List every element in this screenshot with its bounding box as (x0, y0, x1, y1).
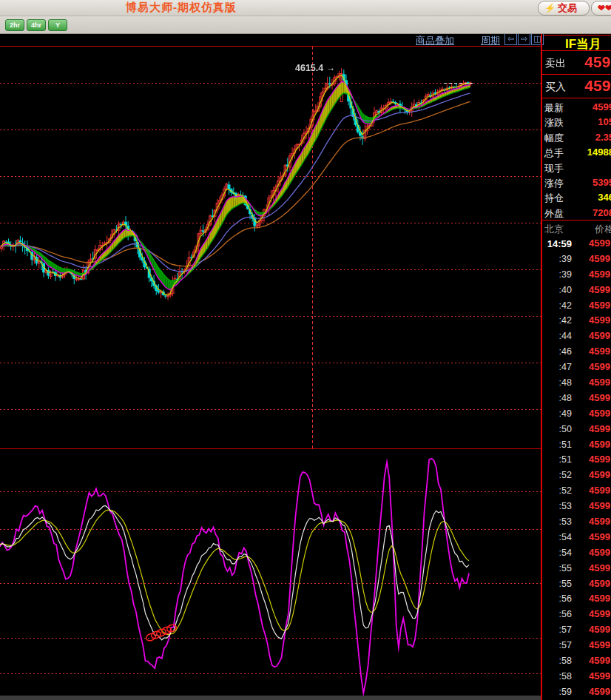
period-link[interactable]: 周期 (481, 34, 500, 47)
tick-row: :484599 (542, 375, 611, 391)
tick-time: :39 (559, 254, 572, 264)
tick-row: :404599 (542, 283, 611, 298)
tick-time: :56 (559, 609, 572, 619)
quote-row-label: 幅度 (544, 132, 564, 145)
quote-panel: IF当月 卖出 4599 买入 4599 最新4599涨跌105幅度2.35总手… (542, 33, 611, 700)
tick-price: 4599 (589, 408, 610, 419)
overlay-link[interactable]: 商品叠加 (416, 34, 454, 47)
tick-price: 4599 (589, 361, 610, 372)
tick-time: 14:59 (547, 238, 572, 249)
tick-price: 4599 (589, 608, 610, 619)
tick-row: :584599 (542, 669, 611, 684)
tick-time: :51 (559, 454, 572, 465)
tick-row: :534599 (542, 514, 611, 530)
nav-right-arrow-button[interactable]: ⇨ (518, 33, 530, 45)
tick-price: 4599 (589, 269, 610, 280)
tick-row: :544599 (542, 545, 611, 561)
tick-header-left: 北京 (544, 223, 564, 236)
panel-separator (0, 448, 541, 449)
tick-price: 4599 (589, 578, 610, 589)
tick-time: :42 (559, 300, 572, 311)
tick-price: 4599 (589, 670, 610, 682)
quote-row-持仓: 持仓346 (542, 189, 611, 204)
tick-row: :424599 (542, 313, 611, 329)
quote-row-value: 105 (598, 116, 611, 127)
header-separator (0, 46, 541, 47)
kdj-indicator-chart[interactable] (0, 449, 541, 700)
tick-row: :584599 (542, 653, 611, 669)
quote-row-value: 5395 (593, 177, 611, 188)
tick-row: :574599 (542, 638, 611, 653)
tick-time: :59 (559, 687, 572, 697)
tick-row: :424599 (542, 298, 611, 314)
tick-time: :49 (559, 408, 572, 419)
timeframe-button-2hr[interactable]: 2hr (5, 19, 24, 31)
buy-label: 买入 (545, 81, 566, 94)
quote-row-value: 7208 (593, 207, 611, 218)
tick-time: :50 (559, 424, 572, 434)
tick-price: 4599 (589, 392, 610, 403)
tick-time: :55 (559, 563, 572, 573)
timeframe-toolbar: 2hr4hrY (0, 16, 611, 34)
tick-row: :534599 (542, 499, 611, 514)
tick-time: :57 (559, 625, 572, 635)
timeframe-button-4hr[interactable]: 4hr (27, 19, 46, 31)
window-bottom-edge (0, 696, 541, 700)
tick-row: :554599 (542, 561, 611, 576)
tick-price: 4599 (589, 377, 610, 388)
quote-row-label: 现手 (544, 162, 564, 175)
trade-button[interactable]: ⚡ 交易 (538, 1, 590, 16)
tick-price: 4599 (589, 639, 610, 650)
nav-left-arrow-button[interactable]: ⇦ (504, 33, 517, 45)
tick-time: :58 (559, 671, 572, 682)
sell-label: 卖出 (545, 57, 566, 70)
peak-price-annotation: 4615.4 → (295, 63, 335, 73)
tick-time: :51 (559, 440, 572, 450)
tick-list: 14:594599:394599:394599:404599:424599:42… (542, 236, 611, 700)
tick-time: :44 (559, 331, 572, 341)
quote-row-涨跌: 涨跌105 (542, 114, 611, 129)
window-title: 博易大师-期权仿真版 (126, 1, 237, 15)
quote-row-value: 4599 (593, 101, 611, 112)
tick-price: 4599 (589, 531, 610, 542)
tick-row: :544599 (542, 530, 611, 545)
tick-time: :52 (559, 485, 572, 496)
tick-time: :53 (559, 516, 572, 527)
tick-row: 14:594599 (542, 236, 611, 252)
tick-price: 4599 (589, 346, 610, 357)
lightning-icon: ⚡ (544, 3, 556, 13)
tick-price: 4599 (589, 330, 610, 341)
timeframe-button-y[interactable]: Y (48, 19, 67, 31)
trading-app-window: { "window": { "title": "博易大师-期权仿真版", "tr… (0, 0, 611, 700)
quote-separator (542, 98, 611, 98)
tick-price: 4599 (589, 439, 610, 450)
quote-row-总手: 总手14988 (542, 144, 611, 159)
tick-row: :564599 (542, 591, 611, 607)
quote-row-label: 最新 (544, 101, 564, 115)
tick-row: :514599 (542, 437, 611, 453)
quote-row-label: 外盘 (544, 207, 564, 221)
main-candlestick-chart[interactable] (0, 47, 541, 448)
favorites-button[interactable]: ❤❤ (591, 1, 611, 16)
tick-price: 4599 (589, 423, 610, 434)
tick-price: 4599 (589, 300, 610, 311)
tick-price: 4599 (589, 454, 610, 465)
quote-row-最新: 最新4599 (542, 99, 611, 114)
tick-price: 4599 (589, 500, 610, 511)
heart-icon: ❤❤ (598, 3, 611, 13)
tick-time: :56 (559, 593, 572, 604)
tick-time: :55 (559, 579, 572, 589)
tick-price: 4599 (589, 485, 610, 496)
quote-row-label: 总手 (544, 147, 564, 160)
tick-list-header: 北京 价格 (542, 221, 611, 235)
quote-row-外盘: 外盘7208 (542, 205, 611, 220)
tick-price: 4599 (589, 624, 610, 635)
tick-time: :40 (559, 285, 572, 295)
quote-row-label: 涨跌 (544, 116, 564, 129)
tick-price: 4599 (589, 547, 610, 558)
tick-row: :574599 (542, 622, 611, 638)
tick-row: :504599 (542, 422, 611, 437)
quote-row-value: 14988 (587, 147, 611, 158)
tick-row: :484599 (542, 391, 611, 406)
tick-price: 4599 (589, 469, 610, 480)
